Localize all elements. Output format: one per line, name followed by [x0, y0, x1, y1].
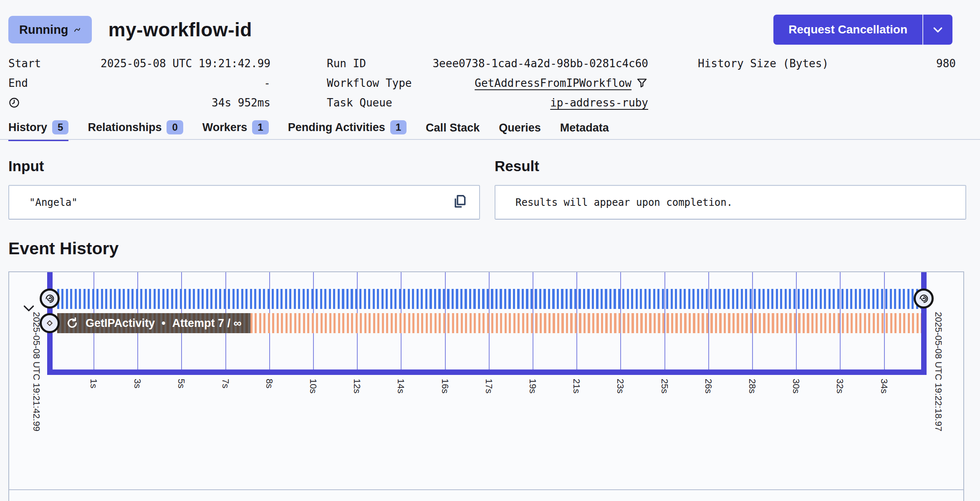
activity-label-bar[interactable]: GetIPActivity • Attempt 7 / ∞ — [57, 313, 250, 333]
tab-divider — [0, 139, 980, 140]
activity-name: GetIPActivity — [86, 317, 155, 330]
copy-icon — [452, 193, 468, 210]
clock-icon — [8, 97, 20, 109]
tick-label: 8s — [264, 379, 275, 388]
tab-label: Metadata — [560, 121, 609, 134]
end-label: End — [8, 77, 28, 89]
tab-queries[interactable]: Queries — [499, 121, 541, 141]
input-box: "Angela" — [8, 185, 480, 220]
tick-label: 34s — [879, 379, 889, 393]
workflow-spiral-icon — [44, 293, 56, 304]
timeline-baseline — [47, 369, 927, 375]
workflow-start-event[interactable] — [40, 288, 60, 309]
tab-pending-activities[interactable]: Pending Activities1 — [288, 120, 407, 141]
filter-funnel-icon[interactable] — [636, 77, 648, 89]
tab-bar: History5Relationships0Workers1Pending Ac… — [8, 120, 609, 141]
workflow-spiral-icon — [918, 293, 929, 304]
tick-label: 16s — [439, 379, 450, 393]
tab-call-stack[interactable]: Call Stack — [426, 121, 480, 141]
tab-count-badge: 0 — [167, 120, 183, 134]
meta-row-task-queue: Task Queue ip-address-ruby — [327, 93, 648, 112]
run-id-label: Run ID — [327, 57, 366, 70]
tick-label: 7s — [220, 379, 231, 388]
history-size-value: 980 — [936, 57, 956, 70]
tab-count-badge: 1 — [390, 120, 407, 134]
tick-label: 21s — [571, 379, 582, 393]
task-queue-link[interactable]: ip-address-ruby — [550, 96, 648, 109]
tick-label: 5s — [176, 379, 187, 388]
header: Running my-workflow-id Request Cancellat… — [8, 15, 952, 45]
tick-label: 17s — [483, 379, 494, 393]
cancel-button-group: Request Cancellation — [773, 15, 952, 45]
request-cancellation-button[interactable]: Request Cancellation — [773, 15, 922, 45]
spinner-icon — [73, 26, 81, 33]
diamond-icon — [44, 318, 55, 329]
run-id-value: 3eee0738-1cad-4a2d-98bb-0281c4c60 — [432, 57, 648, 70]
tab-label: Queries — [499, 121, 541, 134]
tick-label: 10s — [308, 379, 318, 393]
workflow-type-label: Workflow Type — [327, 77, 412, 89]
input-value: "Angela" — [9, 197, 78, 208]
tick-label: 32s — [834, 379, 845, 393]
retry-icon — [66, 316, 79, 330]
page-title: my-workflow-id — [109, 18, 252, 41]
tick-label: 23s — [615, 379, 626, 393]
history-size-label: History Size (Bytes) — [698, 57, 828, 70]
activity-attempt: Attempt 7 / ∞ — [172, 317, 242, 330]
end-value: - — [264, 77, 270, 89]
status-label: Running — [19, 23, 68, 37]
tab-label: Pending Activities — [288, 121, 385, 134]
workflow-type-link[interactable]: GetAddressFromIPWorkflow — [475, 77, 631, 89]
range-end-label: 2025-05-08 UTC 19:22:18.97 — [933, 312, 944, 431]
tab-count-badge: 5 — [52, 120, 68, 134]
meta-row-duration: 34s 952ms — [8, 93, 270, 112]
duration-value: 34s 952ms — [212, 96, 270, 109]
meta-row-runid: Run ID 3eee0738-1cad-4a2d-98bb-0281c4c60 — [327, 53, 648, 73]
status-badge: Running — [8, 16, 92, 43]
meta-column-history: History Size (Bytes) 980 — [698, 53, 956, 73]
tab-workers[interactable]: Workers1 — [202, 120, 269, 141]
tick-label: 19s — [527, 379, 538, 393]
tick-label: 3s — [132, 379, 143, 388]
tab-metadata[interactable]: Metadata — [560, 121, 609, 141]
tab-history[interactable]: History5 — [8, 120, 68, 141]
meta-row-history-size: History Size (Bytes) 980 — [698, 53, 956, 73]
tick-label: 14s — [395, 379, 406, 393]
timeline-panel: 1s3s5s7s8s10s12s14s16s17s19s21s23s25s26s… — [8, 271, 964, 501]
chevron-down-icon — [932, 23, 944, 36]
chevron-down-icon — [22, 301, 36, 316]
cancel-dropdown-button[interactable] — [922, 15, 952, 45]
tick-label: 26s — [703, 379, 714, 393]
start-label: Start — [8, 57, 41, 70]
tab-label: Call Stack — [426, 121, 480, 134]
workflow-execution-bar[interactable] — [57, 289, 921, 309]
meta-row-end: End - — [8, 73, 270, 93]
range-start-label: 2025-05-08 UTC 19:21:42.99 — [31, 312, 42, 431]
meta-column-workflow: Run ID 3eee0738-1cad-4a2d-98bb-0281c4c60… — [327, 53, 648, 112]
copy-input-button[interactable] — [452, 193, 468, 211]
meta-row-start: Start 2025-05-08 UTC 19:21:42.99 — [8, 53, 270, 73]
workflow-latest-event[interactable] — [914, 288, 934, 309]
timeline-collapse-button[interactable] — [22, 301, 36, 317]
tab-label: Relationships — [88, 121, 162, 134]
result-box: Results will appear upon completion. — [495, 185, 966, 220]
tab-count-badge: 1 — [252, 120, 268, 134]
timeline-end-marker — [921, 272, 927, 375]
activity-pending-bar[interactable] — [250, 313, 921, 333]
result-value: Results will appear upon completion. — [495, 197, 732, 208]
activity-event[interactable] — [40, 313, 60, 333]
tab-relationships[interactable]: Relationships0 — [88, 120, 183, 141]
meta-row-workflow-type: Workflow Type GetAddressFromIPWorkflow — [327, 73, 648, 93]
tick-label: 12s — [351, 379, 362, 393]
meta-column-times: Start 2025-05-08 UTC 19:21:42.99 End - 3… — [8, 53, 270, 112]
tab-label: History — [8, 121, 47, 134]
separator-dot: • — [162, 317, 165, 330]
tab-label: Workers — [202, 121, 248, 134]
input-heading: Input — [8, 158, 44, 175]
event-history-heading: Event History — [8, 239, 119, 258]
result-heading: Result — [495, 158, 539, 175]
panel-divider — [9, 489, 963, 490]
tick-label: 1s — [88, 379, 99, 388]
tick-label: 30s — [791, 379, 801, 393]
tick-label: 25s — [659, 379, 670, 393]
